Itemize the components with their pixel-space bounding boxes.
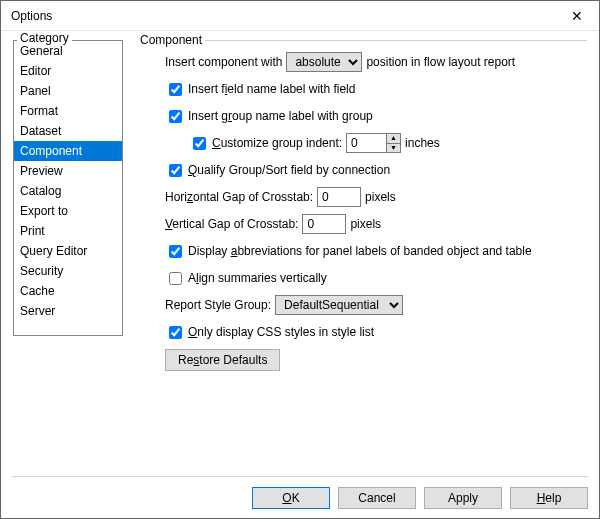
help-button[interactable]: Help	[510, 487, 588, 509]
style-group-row: Report Style Group: DefaultSequential	[137, 294, 587, 316]
category-item[interactable]: Editor	[14, 61, 122, 81]
only-css-row: Only display CSS styles in style list	[137, 321, 587, 343]
category-item[interactable]: Security	[14, 261, 122, 281]
indent-spinner: ▲▼	[346, 133, 401, 153]
category-group: Category GeneralEditorPanelFormatDataset…	[13, 39, 123, 461]
button-bar: OK Cancel Apply Help	[12, 476, 588, 509]
title-bar: Options ✕	[1, 1, 599, 31]
vgap-row: Vertical Gap of Crosstab: pixels	[137, 213, 587, 235]
group-label-text: Insert group name label with group	[188, 109, 373, 123]
component-group: Component Insert component with absolute…	[137, 40, 587, 461]
style-group-select[interactable]: DefaultSequential	[275, 295, 403, 315]
category-item[interactable]: Format	[14, 101, 122, 121]
category-item[interactable]: Cache	[14, 281, 122, 301]
qualify-row: Qualify Group/Sort field by connection	[137, 159, 587, 181]
insert-suffix-label: position in flow layout report	[366, 55, 515, 69]
qualify-checkbox[interactable]	[169, 164, 182, 177]
close-icon: ✕	[571, 8, 583, 24]
abbrev-checkbox[interactable]	[169, 245, 182, 258]
insert-position-row: Insert component with absolute position …	[137, 51, 587, 73]
abbrev-row: Display abbreviations for panel labels o…	[137, 240, 587, 262]
indent-input[interactable]	[346, 133, 386, 153]
abbrev-label: Display abbreviations for panel labels o…	[188, 244, 532, 258]
restore-row: Restore Defaults	[137, 349, 587, 371]
category-item[interactable]: Preview	[14, 161, 122, 181]
customize-indent-checkbox[interactable]	[193, 137, 206, 150]
customize-indent-label: Customize group indent:	[212, 136, 342, 150]
category-item[interactable]: Catalog	[14, 181, 122, 201]
field-label-checkbox[interactable]	[169, 83, 182, 96]
group-label-row: Insert group name label with group	[137, 105, 587, 127]
category-item[interactable]: Query Editor	[14, 241, 122, 261]
hgap-label: Horizontal Gap of Crosstab:	[165, 190, 313, 204]
apply-button[interactable]: Apply	[424, 487, 502, 509]
align-label: Align summaries vertically	[188, 271, 327, 285]
close-button[interactable]: ✕	[555, 1, 599, 31]
cancel-button[interactable]: Cancel	[338, 487, 416, 509]
insert-position-select[interactable]: absolute	[286, 52, 362, 72]
insert-prefix-label: Insert component with	[165, 55, 282, 69]
style-group-label: Report Style Group:	[165, 298, 271, 312]
vgap-label: Vertical Gap of Crosstab:	[165, 217, 298, 231]
only-css-label: Only display CSS styles in style list	[188, 325, 374, 339]
category-label: Category	[17, 31, 72, 45]
component-group-label: Component	[137, 33, 205, 47]
category-item[interactable]: Export to	[14, 201, 122, 221]
ok-button[interactable]: OK	[252, 487, 330, 509]
vgap-unit: pixels	[350, 217, 381, 231]
indent-unit-label: inches	[405, 136, 440, 150]
content-area: Category GeneralEditorPanelFormatDataset…	[1, 31, 599, 461]
category-item[interactable]: Dataset	[14, 121, 122, 141]
only-css-checkbox[interactable]	[169, 326, 182, 339]
category-item[interactable]: Server	[14, 301, 122, 321]
category-item[interactable]: Print	[14, 221, 122, 241]
qualify-label: Qualify Group/Sort field by connection	[188, 163, 390, 177]
vgap-input[interactable]	[302, 214, 346, 234]
align-row: Align summaries vertically	[137, 267, 587, 289]
customize-indent-row: Customize group indent: ▲▼ inches	[137, 132, 587, 154]
group-label-checkbox[interactable]	[169, 110, 182, 123]
category-item[interactable]: Component	[14, 141, 122, 161]
field-label-row: Insert field name label with field	[137, 78, 587, 100]
indent-spin-buttons[interactable]: ▲▼	[386, 133, 401, 153]
hgap-unit: pixels	[365, 190, 396, 204]
category-item[interactable]: Panel	[14, 81, 122, 101]
window-title: Options	[11, 9, 555, 23]
hgap-row: Horizontal Gap of Crosstab: pixels	[137, 186, 587, 208]
category-list[interactable]: GeneralEditorPanelFormatDatasetComponent…	[13, 40, 123, 336]
align-checkbox[interactable]	[169, 272, 182, 285]
restore-defaults-button[interactable]: Restore Defaults	[165, 349, 280, 371]
hgap-input[interactable]	[317, 187, 361, 207]
field-label-text: Insert field name label with field	[188, 82, 355, 96]
